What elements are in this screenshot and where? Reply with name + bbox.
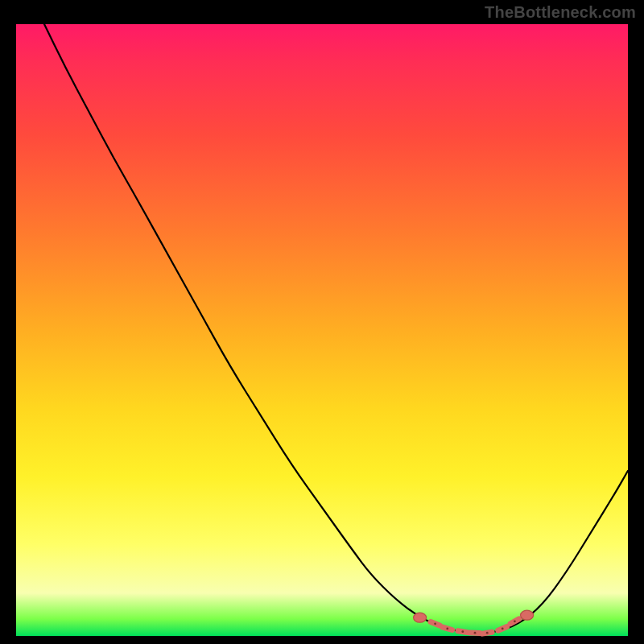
svg-point-6 [461,630,464,633]
svg-point-15 [521,610,534,620]
chart-overlay [16,24,628,636]
svg-point-0 [414,613,427,622]
svg-point-10 [486,632,489,634]
watermark-text: TheBottleneck.com [485,3,636,22]
chart-stage: TheBottleneck.com [0,0,644,644]
highlight-dots [414,610,534,634]
plot-frame [16,24,628,636]
svg-point-12 [502,628,504,630]
svg-point-4 [446,628,448,630]
bottleneck-curve [44,24,628,633]
svg-point-8 [474,632,477,634]
svg-point-2 [434,622,436,625]
svg-point-14 [514,620,516,622]
